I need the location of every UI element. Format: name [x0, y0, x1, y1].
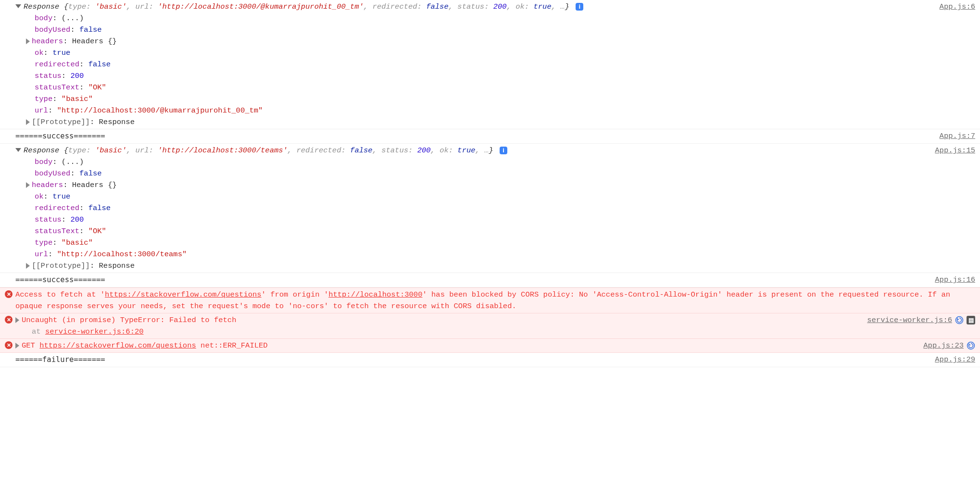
log-text: ======success======= [15, 132, 105, 140]
object-property[interactable]: ok: true [35, 191, 925, 202]
error-url-link[interactable]: http://localhost:3000 [328, 290, 422, 299]
log-text: ======failure======= [15, 355, 105, 364]
object-property[interactable]: url: "http://localhost:3000/@kumarrajpur… [35, 105, 930, 116]
stack-frame-link[interactable]: service-worker.js:6:20 [45, 327, 144, 336]
object-property[interactable]: [[Prototype]]: Response [35, 116, 930, 128]
disclosure-triangle-icon[interactable] [15, 343, 19, 349]
console-object-row: Response {type: 'basic', url: 'http://lo… [0, 144, 980, 273]
reload-icon[interactable] [955, 316, 964, 324]
object-property[interactable]: body: (...) [35, 12, 930, 24]
error-message: GET https://stackoverflow.com/questions … [15, 341, 268, 350]
source-link[interactable]: service-worker.js:6▤ [857, 314, 975, 326]
error-url-link[interactable]: https://stackoverflow.com/questions [39, 341, 196, 350]
error-message: Access to fetch at 'https://stackoverflo… [15, 290, 950, 311]
object-property[interactable]: bodyUsed: false [35, 168, 925, 179]
disclosure-triangle-icon[interactable] [15, 4, 21, 8]
source-link[interactable]: App.js:7 [930, 130, 975, 142]
object-property[interactable]: ok: true [35, 47, 930, 59]
error-icon: ✕ [5, 341, 13, 349]
object-property[interactable]: type: "basic" [35, 93, 930, 105]
object-properties: body: (...)bodyUsed: falseheaders: Heade… [15, 12, 930, 128]
source-link[interactable]: App.js:6 [930, 1, 975, 12]
console-log-row: ======success=======App.js:7 [0, 129, 980, 144]
object-property[interactable]: status: 200 [35, 214, 925, 225]
error-message: Uncaught (in promise) TypeError: Failed … [15, 316, 236, 324]
object-summary[interactable]: Response {type: 'basic', url: 'http://lo… [15, 2, 583, 11]
console-error-row: ✕GET https://stackoverflow.com/questions… [0, 339, 980, 353]
disclosure-triangle-icon[interactable] [26, 38, 30, 44]
console-object-row: Response {type: 'basic', url: 'http://lo… [0, 0, 980, 129]
object-property[interactable]: statusText: "OK" [35, 225, 925, 237]
disclosure-triangle-icon[interactable] [15, 317, 19, 323]
object-property[interactable]: type: "basic" [35, 237, 925, 249]
console-log-row: ======success=======App.js:16 [0, 273, 980, 287]
console-error-row: ✕Uncaught (in promise) TypeError: Failed… [0, 313, 980, 339]
error-url-link[interactable]: https://stackoverflow.com/questions [105, 290, 262, 299]
source-link[interactable]: App.js:29 [925, 354, 975, 365]
object-properties: body: (...)bodyUsed: falseheaders: Heade… [15, 156, 925, 272]
info-icon[interactable]: i [576, 3, 583, 11]
disclosure-triangle-icon[interactable] [15, 148, 21, 152]
object-property[interactable]: headers: Headers {} [35, 36, 930, 47]
object-property[interactable]: url: "http://localhost:3000/teams" [35, 249, 925, 260]
object-property[interactable]: redirected: false [35, 202, 925, 214]
issue-icon[interactable]: ▤ [967, 316, 975, 324]
source-link[interactable]: App.js:15 [925, 145, 975, 156]
object-property[interactable]: status: 200 [35, 70, 930, 82]
disclosure-triangle-icon[interactable] [26, 263, 30, 269]
disclosure-triangle-icon[interactable] [26, 182, 30, 188]
object-property[interactable]: statusText: "OK" [35, 82, 930, 93]
error-icon: ✕ [5, 316, 13, 324]
console-error-row: ✕Access to fetch at 'https://stackoverfl… [0, 287, 980, 313]
log-text: ======success======= [15, 275, 105, 284]
source-link[interactable]: App.js:16 [925, 274, 975, 286]
object-property[interactable]: bodyUsed: false [35, 24, 930, 36]
object-summary[interactable]: Response {type: 'basic', url: 'http://lo… [15, 146, 507, 155]
reload-icon[interactable] [967, 341, 975, 350]
disclosure-triangle-icon[interactable] [26, 119, 30, 125]
object-property[interactable]: [[Prototype]]: Response [35, 260, 925, 272]
info-icon[interactable]: i [500, 147, 507, 154]
console-log-row: ======failure=======App.js:29 [0, 353, 980, 367]
source-link[interactable]: App.js:23 [914, 340, 975, 351]
object-property[interactable]: headers: Headers {} [35, 179, 925, 191]
object-property[interactable]: body: (...) [35, 156, 925, 168]
error-icon: ✕ [5, 290, 13, 298]
stack-frame: at service-worker.js:6:20 [15, 326, 857, 337]
object-property[interactable]: redirected: false [35, 59, 930, 70]
